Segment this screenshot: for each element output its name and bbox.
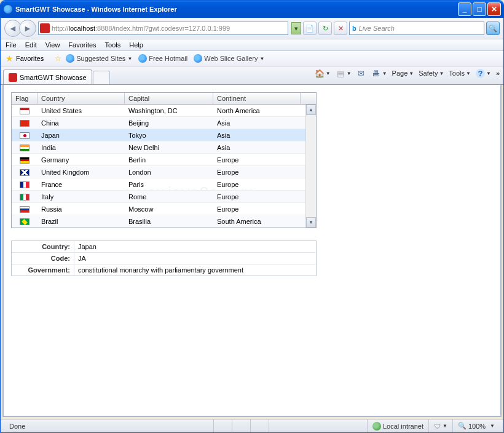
detail-value-country: Japan bbox=[74, 241, 316, 252]
close-button[interactable]: ✕ bbox=[487, 2, 501, 16]
home-icon: 🏠 bbox=[315, 68, 325, 78]
stop-button[interactable]: ✕ bbox=[334, 22, 347, 35]
tab-smartgwt[interactable]: SmartGWT Showcase bbox=[3, 70, 92, 84]
security-zone[interactable]: Local intranet bbox=[367, 419, 428, 432]
ie-icon bbox=[138, 54, 147, 63]
refresh-button[interactable]: ↻ bbox=[318, 22, 332, 35]
menu-view[interactable]: View bbox=[45, 41, 60, 49]
menu-edit[interactable]: Edit bbox=[25, 41, 37, 49]
flag-icon bbox=[20, 132, 30, 139]
menu-help[interactable]: Help bbox=[129, 41, 143, 49]
cell-flag bbox=[12, 167, 37, 177]
tools-menu[interactable]: Tools▼ bbox=[449, 70, 471, 77]
shield-icon: 🛡 bbox=[434, 423, 441, 430]
cell-country: Russia bbox=[37, 204, 125, 214]
table-row[interactable]: IndiaNew DelhiAsia bbox=[12, 141, 316, 154]
help-button[interactable]: ?▼ bbox=[476, 69, 491, 78]
add-fav-icon[interactable]: ☆ bbox=[55, 54, 61, 63]
col-capital[interactable]: Capital bbox=[125, 93, 213, 104]
cell-capital: Beijing bbox=[125, 118, 213, 128]
ie-icon bbox=[194, 54, 202, 63]
cell-country: Italy bbox=[37, 192, 125, 202]
cell-country: China bbox=[37, 118, 125, 128]
menu-bar: File Edit View Favorites Tools Help bbox=[1, 39, 503, 51]
mail-icon: ✉ bbox=[356, 68, 366, 78]
detail-label-code: Code: bbox=[12, 253, 74, 264]
nav-toolbar: ◄ ► http://localhost:8888/index.html?gwt… bbox=[1, 18, 503, 39]
favorites-label[interactable]: Favorites bbox=[16, 55, 44, 62]
address-bar[interactable]: http://localhost:8888/index.html?gwt.cod… bbox=[38, 22, 288, 35]
tab-favicon bbox=[9, 73, 17, 82]
cell-country: France bbox=[37, 180, 125, 189]
grid-header: Flag Country Capital Continent bbox=[12, 93, 316, 105]
status-seg-empty1 bbox=[213, 419, 232, 432]
flag-icon bbox=[20, 206, 30, 213]
col-continent[interactable]: Continent bbox=[213, 93, 301, 104]
titlebar: SmartGWT Showcase - Windows Internet Exp… bbox=[1, 1, 503, 18]
table-row[interactable]: ItalyRomeEurope bbox=[12, 191, 316, 203]
status-text: Done bbox=[4, 419, 213, 432]
new-tab-button[interactable] bbox=[93, 71, 110, 84]
search-box[interactable]: b Live Search bbox=[349, 22, 484, 35]
chevron-more[interactable]: » bbox=[496, 70, 500, 77]
cell-flag bbox=[12, 216, 37, 226]
table-row[interactable]: ChinaBeijingAsia bbox=[12, 117, 316, 129]
table-row[interactable]: United StatesWashington, DCNorth America bbox=[12, 105, 316, 117]
cell-capital: Washington, DC bbox=[125, 106, 213, 116]
web-slice-link[interactable]: Web Slice Gallery▼ bbox=[192, 54, 266, 63]
compat-view-button[interactable]: 📄 bbox=[303, 22, 317, 35]
table-row[interactable]: GermanyBerlinEurope bbox=[12, 154, 316, 166]
cell-capital: Rome bbox=[125, 192, 213, 202]
cell-country: United Kingdom bbox=[37, 167, 125, 177]
home-button[interactable]: 🏠▼ bbox=[315, 68, 331, 78]
status-spacer bbox=[269, 419, 367, 432]
menu-tools[interactable]: Tools bbox=[105, 41, 121, 49]
cell-capital: London bbox=[125, 167, 213, 177]
menu-file[interactable]: File bbox=[6, 41, 17, 49]
maximize-button[interactable]: □ bbox=[473, 2, 486, 16]
forward-button[interactable]: ► bbox=[19, 20, 36, 37]
address-dropdown[interactable]: ▾ bbox=[291, 22, 301, 34]
cell-capital: New Delhi bbox=[125, 143, 213, 153]
browser-window: SmartGWT Showcase - Windows Internet Exp… bbox=[0, 0, 504, 433]
table-row[interactable]: RussiaMoscowEurope bbox=[12, 203, 316, 215]
suggested-sites-link[interactable]: Suggested Sites▼ bbox=[64, 54, 134, 63]
help-icon: ? bbox=[476, 69, 485, 78]
menu-favorites[interactable]: Favorites bbox=[68, 41, 96, 49]
flag-icon bbox=[20, 169, 30, 176]
table-row[interactable]: JapanTokyoAsia bbox=[12, 129, 316, 141]
status-bar: Done Local intranet 🛡▼ 🔍100%▼ bbox=[1, 419, 503, 432]
minimize-button[interactable]: _ bbox=[458, 2, 471, 16]
search-go-button[interactable]: 🔍 bbox=[486, 22, 500, 35]
col-country[interactable]: Country bbox=[37, 93, 125, 104]
cell-flag bbox=[12, 130, 37, 140]
detail-row-government: Government: constitutional monarchy with… bbox=[12, 264, 316, 276]
print-button[interactable]: 🖶▼ bbox=[371, 68, 387, 78]
cell-continent: Europe bbox=[213, 192, 301, 202]
feeds-button[interactable]: ▤▼ bbox=[336, 68, 352, 78]
readmail-button[interactable]: ✉ bbox=[356, 68, 366, 78]
table-row[interactable]: United KingdomLondonEurope bbox=[12, 166, 316, 178]
safety-menu[interactable]: Safety▼ bbox=[419, 70, 444, 77]
detail-label-country: Country: bbox=[12, 241, 74, 252]
cell-capital: Brasilia bbox=[125, 217, 213, 226]
scroll-up-button[interactable]: ▲ bbox=[306, 105, 316, 115]
protected-mode[interactable]: 🛡▼ bbox=[428, 419, 452, 432]
zoom-control[interactable]: 🔍100%▼ bbox=[452, 419, 500, 432]
page-menu[interactable]: Page▼ bbox=[392, 70, 414, 77]
tabs-row: SmartGWT Showcase 🏠▼ ▤▼ ✉ 🖶▼ Page▼ Safet… bbox=[1, 66, 503, 85]
table-row[interactable]: BrazilBrasiliaSouth America bbox=[12, 215, 316, 228]
flag-icon bbox=[20, 120, 30, 127]
free-hotmail-link[interactable]: Free Hotmail bbox=[136, 54, 189, 63]
cell-capital: Tokyo bbox=[125, 130, 213, 140]
detail-label-government: Government: bbox=[12, 264, 74, 276]
vertical-scrollbar[interactable]: ▲ ▼ bbox=[305, 105, 316, 228]
ie-app-icon bbox=[3, 4, 13, 14]
col-flag[interactable]: Flag bbox=[12, 93, 37, 104]
cell-continent: North America bbox=[213, 106, 301, 116]
scroll-down-button[interactable]: ▼ bbox=[306, 217, 316, 228]
cell-continent: Europe bbox=[213, 204, 301, 214]
table-row[interactable]: FranceParisEurope bbox=[12, 178, 316, 191]
cell-capital: Moscow bbox=[125, 204, 213, 214]
favorites-star-icon[interactable]: ★ bbox=[6, 54, 14, 63]
